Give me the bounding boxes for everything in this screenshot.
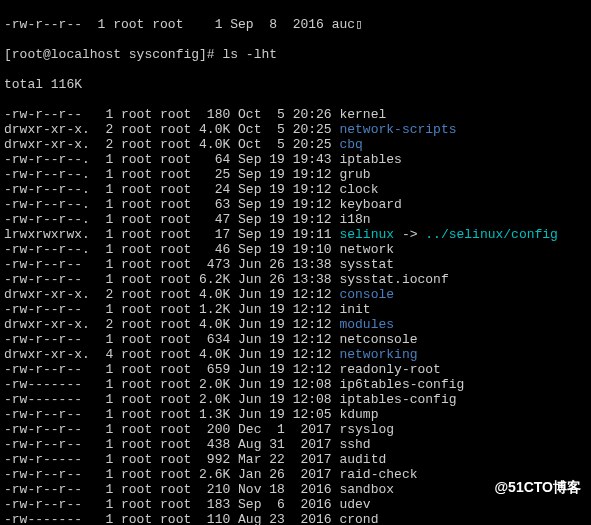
file-name: sandbox — [339, 482, 394, 497]
shell-prompt: [root@localhost sysconfig]# — [4, 47, 222, 62]
file-name: kernel — [339, 107, 386, 122]
file-name: init — [339, 302, 370, 317]
file-entry: -rw-r--r--. 1 root root 64 Sep 19 19:43 … — [4, 152, 587, 167]
dir-name: networking — [339, 347, 417, 362]
file-name: readonly-root — [339, 362, 440, 377]
file-entry: -rw-r--r-- 1 root root 634 Jun 19 12:12 … — [4, 332, 587, 347]
file-entry: -rw-r--r-- 1 root root 659 Jun 19 12:12 … — [4, 362, 587, 377]
file-entry: -rw-r--r-- 1 root root 200 Dec 1 2017 rs… — [4, 422, 587, 437]
file-name: clock — [339, 182, 378, 197]
file-entry: drwxr-xr-x. 4 root root 4.0K Jun 19 12:1… — [4, 347, 587, 362]
terminal[interactable]: -rw-r--r-- 1 root root 1 Sep 8 2016 auc▯… — [0, 0, 591, 525]
file-name: network — [339, 242, 394, 257]
file-entry: -rw-r--r--. 1 root root 63 Sep 19 19:12 … — [4, 197, 587, 212]
file-entry: -rw-r--r-- 1 root root 1.2K Jun 19 12:12… — [4, 302, 587, 317]
file-name: sysstat — [339, 257, 394, 272]
file-name: grub — [339, 167, 370, 182]
file-name: sysstat.ioconf — [339, 272, 448, 287]
file-name: rsyslog — [339, 422, 394, 437]
dir-name: network-scripts — [339, 122, 456, 137]
file-entry: drwxr-xr-x. 2 root root 4.0K Oct 5 20:25… — [4, 137, 587, 152]
symlink-target: ../selinux/config — [425, 227, 558, 242]
file-name: ip6tables-config — [339, 377, 464, 392]
file-name: raid-check — [339, 467, 417, 482]
file-entry: lrwxrwxrwx. 1 root root 17 Sep 19 19:11 … — [4, 227, 587, 242]
file-entry: -rw-r--r-- 1 root root 1.3K Jun 19 12:05… — [4, 407, 587, 422]
file-entry: -rw------- 1 root root 110 Aug 23 2016 c… — [4, 512, 587, 525]
file-entry: drwxr-xr-x. 2 root root 4.0K Oct 5 20:25… — [4, 122, 587, 137]
file-entry: -rw-r--r-- 1 root root 473 Jun 26 13:38 … — [4, 257, 587, 272]
file-name: udev — [339, 497, 370, 512]
file-name: crond — [339, 512, 378, 525]
dir-name: modules — [339, 317, 394, 332]
file-entry: -rw-r--r-- 1 root root 438 Aug 31 2017 s… — [4, 437, 587, 452]
total-line: total 116K — [4, 77, 587, 92]
file-entry: -rw-r--r--. 1 root root 25 Sep 19 19:12 … — [4, 167, 587, 182]
file-entry: -rw-r--r--. 1 root root 24 Sep 19 19:12 … — [4, 182, 587, 197]
file-name: kdump — [339, 407, 378, 422]
file-entry: -rw-r----- 1 root root 992 Mar 22 2017 a… — [4, 452, 587, 467]
file-entry: -rw------- 1 root root 2.0K Jun 19 12:08… — [4, 392, 587, 407]
file-name: i18n — [339, 212, 370, 227]
file-entry: drwxr-xr-x. 2 root root 4.0K Jun 19 12:1… — [4, 317, 587, 332]
file-entry: -rw-r--r--. 1 root root 47 Sep 19 19:12 … — [4, 212, 587, 227]
dir-name: cbq — [339, 137, 362, 152]
file-entry: -rw-r--r-- 1 root root 180 Oct 5 20:26 k… — [4, 107, 587, 122]
file-entry: -rw-r--r--. 1 root root 46 Sep 19 19:10 … — [4, 242, 587, 257]
prompt-line: [root@localhost sysconfig]# ls -lht — [4, 47, 587, 62]
file-name: netconsole — [339, 332, 417, 347]
file-entry: -rw------- 1 root root 2.0K Jun 19 12:08… — [4, 377, 587, 392]
file-entry: -rw-r--r-- 1 root root 183 Sep 6 2016 ud… — [4, 497, 587, 512]
file-name: auditd — [339, 452, 386, 467]
file-name: iptables-config — [339, 392, 456, 407]
file-listing: -rw-r--r-- 1 root root 180 Oct 5 20:26 k… — [4, 107, 587, 525]
command-text: ls -lht — [222, 47, 277, 62]
dir-name: console — [339, 287, 394, 302]
symlink-name: selinux — [339, 227, 394, 242]
file-entry: -rw-r--r-- 1 root root 6.2K Jun 26 13:38… — [4, 272, 587, 287]
file-name: iptables — [339, 152, 401, 167]
file-name: keyboard — [339, 197, 401, 212]
file-entry: drwxr-xr-x. 2 root root 4.0K Jun 19 12:1… — [4, 287, 587, 302]
truncated-line: -rw-r--r-- 1 root root 1 Sep 8 2016 auc▯ — [4, 17, 587, 32]
watermark: @51CTO博客 — [494, 480, 581, 495]
file-name: sshd — [339, 437, 370, 452]
